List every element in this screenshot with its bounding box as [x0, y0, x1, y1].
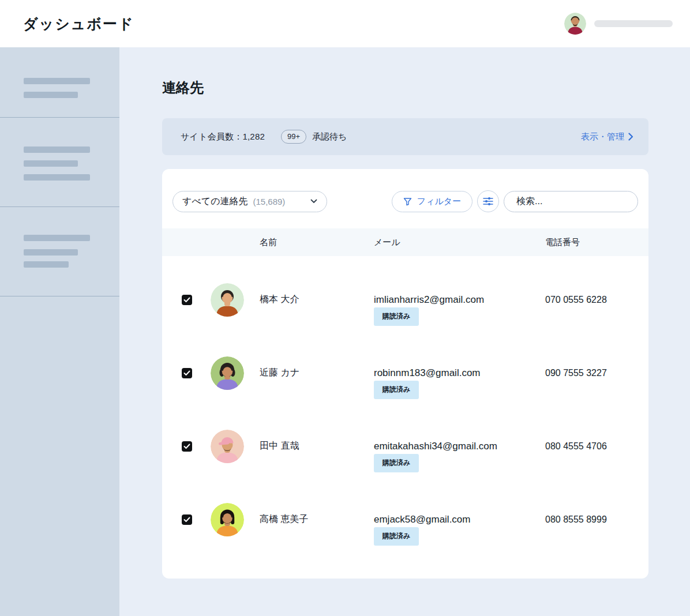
contact-email-cell: emjack58@gmail.com 購読済み [374, 483, 545, 556]
account-avatar[interactable] [564, 13, 586, 35]
contacts-list: 橋本 大介 imlianharris2@gmail.com 購読済み 070 0… [162, 256, 648, 556]
table-header: 名前 メール 電話番号 [162, 228, 648, 256]
funnel-icon [403, 197, 412, 206]
pending-approval-label: 承認待ち [312, 132, 347, 142]
chevron-down-icon [310, 199, 317, 204]
contact-email: emitakahashi34@gmail.com [374, 441, 497, 452]
contact-phone: 070 0555 6228 [545, 295, 648, 305]
sidebar-skeleton-bar [24, 235, 90, 241]
row-checkbox[interactable] [182, 514, 192, 525]
sidebar-divider [0, 206, 119, 207]
contact-avatar [211, 430, 244, 463]
subscribed-badge: 購読済み [374, 454, 419, 472]
contact-avatar [211, 356, 244, 390]
sidebar-skeleton-bar [24, 261, 69, 268]
contact-email-cell: emitakahashi34@gmail.com 購読済み [374, 410, 545, 483]
filter-button[interactable]: フィルター [392, 191, 472, 212]
sidebar-skeleton-bar [24, 92, 78, 98]
table-row[interactable]: 高橋 恵美子 emjack58@gmail.com 購読済み 080 8555 … [162, 483, 648, 556]
sidebar-skeleton-bar [24, 249, 78, 256]
sliders-icon [483, 197, 493, 206]
subscribed-badge: 購読済み [374, 307, 419, 326]
chevron-right-icon [628, 133, 633, 141]
row-checkbox[interactable] [182, 368, 192, 378]
row-checkbox[interactable] [182, 441, 192, 452]
sidebar-skeleton-bar [24, 174, 90, 181]
segment-count: (15,689) [253, 197, 286, 206]
table-row[interactable]: 田中 直哉 emitakahashi34@gmail.com 購読済み 080 … [162, 410, 648, 483]
app-title: ダッシュボード [23, 14, 134, 33]
check-icon [183, 297, 190, 303]
contact-name: 田中 直哉 [260, 440, 374, 452]
pending-count-badge: 99+ [281, 130, 306, 144]
adjust-columns-button[interactable] [477, 190, 499, 212]
contact-email-cell: imlianharris2@gmail.com 購読済み [374, 263, 545, 336]
search-input[interactable] [516, 196, 636, 206]
contact-avatar [211, 503, 244, 536]
sidebar-divider [0, 296, 119, 296]
contact-avatar [211, 283, 244, 317]
contacts-card: すべての連絡先 (15,689) フィルター [162, 169, 648, 579]
top-bar: ダッシュボード [0, 0, 690, 47]
contact-name: 近藤 カナ [260, 367, 374, 379]
sidebar-skeleton-bar [24, 147, 90, 153]
topbar-account-area [564, 0, 673, 47]
segment-label: すべての連絡先 [182, 196, 248, 208]
contact-name: 高橋 恵美子 [260, 513, 374, 525]
sidebar-navigation-skeleton [0, 47, 119, 616]
site-members-count: サイト会員数：1,282 [181, 132, 265, 142]
view-manage-link[interactable]: 表示・管理 [581, 132, 633, 142]
contact-email: emjack58@gmail.com [374, 514, 470, 525]
view-manage-label: 表示・管理 [581, 132, 624, 142]
subscribed-badge: 購読済み [374, 381, 419, 399]
contact-phone: 080 8555 8999 [545, 514, 648, 525]
toolbar-right-group: フィルター [392, 190, 638, 212]
table-row[interactable]: 近藤 カナ robinnm183@gmail.com 購読済み 090 7555… [162, 336, 648, 410]
contact-phone: 090 7555 3227 [545, 368, 648, 378]
search-field [504, 191, 638, 212]
column-header-name: 名前 [260, 237, 374, 248]
contact-segment-dropdown[interactable]: すべての連絡先 (15,689) [172, 191, 327, 212]
page-title: 連絡先 [162, 78, 204, 97]
contact-email: imlianharris2@gmail.com [374, 294, 484, 306]
contact-email-cell: robinnm183@gmail.com 購読済み [374, 336, 545, 410]
check-icon [183, 517, 190, 523]
main-content: 連絡先 サイト会員数：1,282 99+ 承認待ち 表示・管理 すべての連絡先 … [119, 47, 690, 616]
account-name-placeholder [594, 20, 673, 27]
contacts-toolbar: すべての連絡先 (15,689) フィルター [172, 190, 638, 212]
filter-button-label: フィルター [417, 196, 461, 207]
column-header-email: メール [374, 237, 545, 248]
check-icon [183, 370, 190, 376]
contact-email: robinnm183@gmail.com [374, 367, 481, 379]
contact-name: 橋本 大介 [260, 294, 374, 306]
contact-phone: 080 4555 4706 [545, 441, 648, 452]
site-members-banner: サイト会員数：1,282 99+ 承認待ち 表示・管理 [162, 118, 648, 155]
table-row[interactable]: 橋本 大介 imlianharris2@gmail.com 購読済み 070 0… [162, 263, 648, 336]
sidebar-skeleton-bar [24, 78, 90, 84]
account-avatar-illustration [564, 13, 586, 35]
row-checkbox[interactable] [182, 295, 192, 305]
check-icon [183, 444, 190, 449]
subscribed-badge: 購読済み [374, 527, 419, 546]
column-header-phone: 電話番号 [545, 237, 648, 248]
sidebar-skeleton-bar [24, 160, 78, 167]
sidebar-divider [0, 117, 119, 118]
